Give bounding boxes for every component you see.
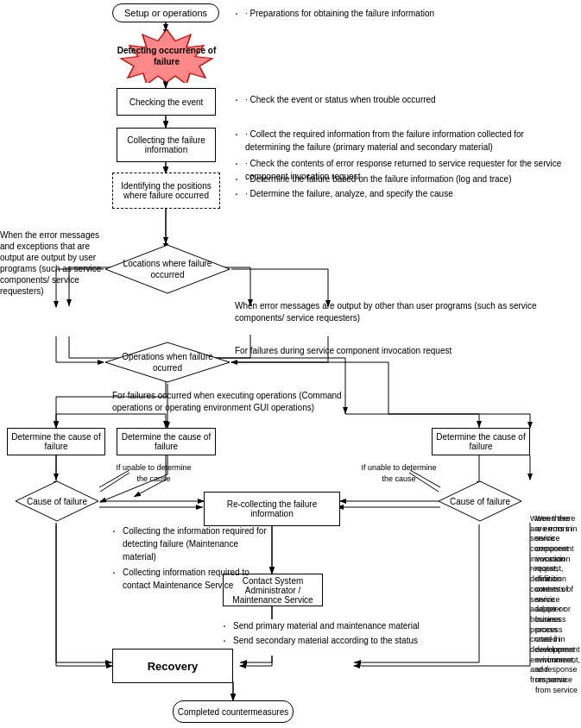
completed-node: Completed countermeasures — [173, 700, 294, 723]
detecting-label: Detecting occurrence offailure — [117, 45, 216, 67]
cause-right-diamond: Cause of failure — [437, 480, 523, 523]
operations-label: Operations when failure ocurred — [117, 351, 218, 373]
flowchart-diagram: Setup or operations Detecting occurrence… — [0, 0, 581, 728]
unable-right-note: If unable to determine the cause — [356, 462, 442, 484]
right-errors-note-positioned: Ween there are errors in service compone… — [535, 514, 580, 695]
recovery-label: Recovery — [148, 660, 199, 673]
checking-note: · Check the event or status when trouble… — [235, 93, 563, 106]
identifying-node: Identifying the positions where failure … — [112, 173, 220, 209]
cause-left-diamond: Cause of failure — [14, 480, 100, 523]
collecting-label: Collecting the failure information — [117, 135, 215, 154]
checking-label: Checking the event — [129, 97, 204, 107]
recollecting-node: Re-collecting the failure information — [204, 492, 340, 526]
recovery-node: Recovery — [112, 649, 233, 683]
setup-label: Setup or operations — [124, 8, 207, 18]
determine-center-node: Determine the cause of failure — [117, 428, 216, 455]
cause-left-label: Cause of failure — [22, 496, 92, 507]
operations-note2: For failures occurred when executing ope… — [112, 390, 371, 414]
determine-left-node: Determine the cause of failure — [7, 428, 105, 455]
determine-right-node: Determine the cause of failure — [432, 428, 530, 455]
recollecting-label: Re-collecting the failure information — [205, 499, 339, 518]
cause-right-label: Cause of failure — [445, 496, 515, 507]
operations-diamond: Operations when failure ocurred — [104, 341, 231, 384]
determine-right-label: Determine the cause of failure — [433, 432, 529, 451]
identifying-label: Identifying the positions where failure … — [113, 181, 219, 200]
setup-node: Setup or operations — [112, 3, 219, 22]
setup-note: · Preparations for obtaining the failure… — [235, 7, 563, 20]
recollecting-left-note: Collecting the information required for … — [112, 524, 272, 592]
locations-diamond: Locations where failure occurred — [104, 243, 231, 295]
locations-right-note: When error messages are output by other … — [235, 300, 572, 324]
checking-node: Checking the event — [117, 88, 216, 116]
operations-note1: For failures during service component in… — [235, 345, 572, 357]
identifying-notes: · Determine the failure based on the fai… — [235, 173, 563, 200]
collecting-node: Collecting the failure information — [117, 128, 216, 162]
determine-left-label: Determine the cause of failure — [8, 432, 104, 451]
contact-note: Send primary material and maintenance ma… — [223, 619, 439, 647]
completed-label: Completed countermeasures — [178, 707, 288, 717]
locations-left-note: When the error messages and exceptions t… — [0, 229, 108, 297]
determine-center-label: Determine the cause of failure — [117, 432, 215, 451]
unable-left-note: If unable to determine the cause — [111, 462, 197, 484]
detecting-node: Detecting occurrence offailure — [111, 29, 223, 83]
locations-label: Locations where failure occurred — [117, 258, 218, 280]
